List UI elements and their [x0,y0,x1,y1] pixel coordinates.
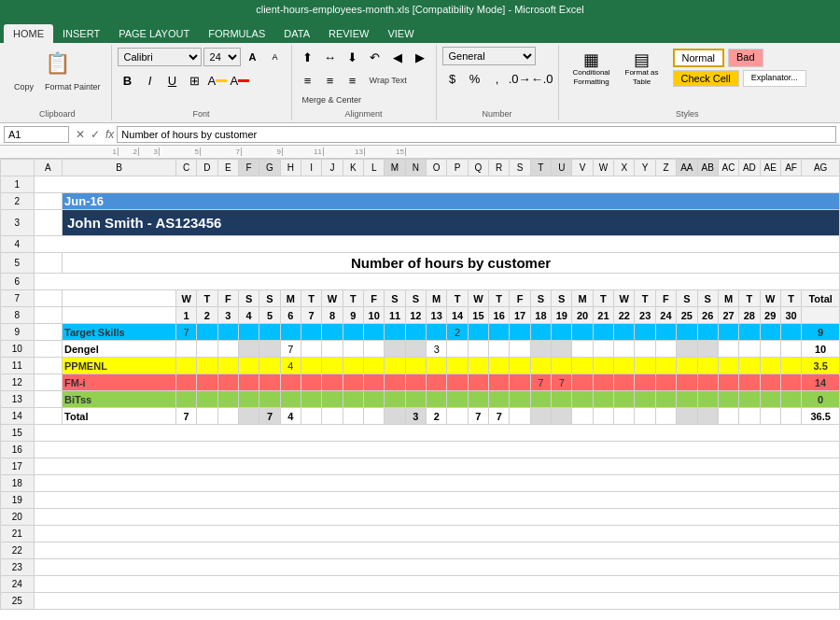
col-E[interactable]: E [217,160,238,176]
col-V[interactable]: V [572,160,593,176]
decrease-decimal-button[interactable]: ←.0 [532,68,553,89]
cell-empty-1[interactable] [34,176,839,193]
bold-button[interactable]: B [118,70,138,91]
tab-data[interactable]: DATA [274,24,319,43]
align-top-button[interactable]: ⬆ [298,47,318,67]
spreadsheet-area[interactable]: A B C D E F G H I J K L M N O P Q R S T [0,159,840,620]
row-ppmenl: 11 PPMENL 4 [1,358,840,374]
col-O[interactable]: O [427,160,447,176]
style-bad[interactable]: Bad [728,49,763,67]
merge-center-button[interactable]: Merge & Center [298,93,367,106]
col-L[interactable]: L [364,160,385,176]
col-T[interactable]: T [530,160,551,176]
format-painter-button[interactable]: Format Painter [40,80,105,93]
col-P[interactable]: P [447,160,468,176]
align-right-button[interactable]: ≡ [343,70,363,91]
label-ppmenl[interactable]: PPMENL [63,358,176,374]
cell-blank-5a[interactable] [34,253,62,274]
underline-button[interactable]: U [162,70,183,91]
col-F[interactable]: F [238,160,259,176]
fill-color-button[interactable]: A [207,70,228,91]
date-header-cell[interactable]: Jun-16 [63,193,840,210]
paste-button[interactable]: 📋 [36,49,78,78]
number-format-select[interactable]: General Number Currency [442,47,536,65]
col-AF[interactable]: AF [780,160,801,176]
col-I[interactable]: I [301,160,321,176]
col-R[interactable]: R [489,160,510,176]
formula-input[interactable] [117,126,836,143]
currency-button[interactable]: $ [442,68,463,89]
italic-button[interactable]: I [140,70,161,91]
align-left-button[interactable]: ≡ [298,70,318,91]
font-color-button[interactable]: A [230,70,250,91]
border-button[interactable]: ⊞ [185,70,205,91]
style-check-cell[interactable]: Check Cell [673,70,739,87]
table-title-cell[interactable]: Number of hours by customer [63,253,840,274]
col-U[interactable]: U [552,160,572,176]
col-W[interactable]: W [593,160,613,176]
style-normal[interactable]: Normal [673,49,724,67]
col-B[interactable]: B [63,160,176,176]
col-AA[interactable]: AA [677,160,697,176]
insert-function-icon[interactable]: fx [105,128,114,141]
cell-blank-7b[interactable] [63,290,176,307]
tab-view[interactable]: VIEW [378,24,423,43]
font-size-select[interactable]: 24 [203,48,241,66]
align-middle-button[interactable]: ↔ [320,47,341,67]
tab-page-layout[interactable]: PAGE LAYOUT [109,24,199,43]
tab-review[interactable]: REVIEW [319,24,378,43]
tab-formulas[interactable]: FORMULAS [199,24,274,43]
col-H[interactable]: H [280,160,301,176]
col-Z[interactable]: Z [655,160,676,176]
format-as-table-button[interactable]: ▤ Format as Table [619,49,665,89]
label-bitss[interactable]: BiTss [63,391,176,408]
conditional-formatting-button[interactable]: ▦ Conditional Formatting [568,49,615,89]
col-K[interactable]: K [343,160,363,176]
col-Y[interactable]: Y [635,160,655,176]
cell-empty-4[interactable] [34,236,839,253]
increase-decimal-button[interactable]: .0→ [510,68,530,89]
label-dengel[interactable]: Dengel [63,341,176,358]
comma-button[interactable]: , [487,68,508,89]
indent-decrease-button[interactable]: ◀ [387,47,408,67]
align-bottom-button[interactable]: ⬇ [343,47,363,67]
col-Q[interactable]: Q [468,160,488,176]
grow-font-button[interactable]: A [243,47,263,67]
col-C[interactable]: C [175,160,196,176]
col-X[interactable]: X [614,160,635,176]
label-fmi[interactable]: FM-i [63,374,176,391]
label-target-skills[interactable]: Target Skills [63,324,176,341]
name-box[interactable] [4,126,69,143]
align-center-button[interactable]: ≡ [320,70,341,91]
font-name-select[interactable]: Calibri [118,48,202,66]
tab-home[interactable]: HOME [4,24,53,43]
cell-blank-7a[interactable] [34,290,62,307]
indent-increase-button[interactable]: ▶ [410,47,430,67]
cancel-formula-icon[interactable]: ✕ [76,128,85,141]
tab-insert[interactable]: INSERT [53,24,109,43]
name-header-cell[interactable]: John Smith - AS123456 [63,210,840,236]
style-explanatory[interactable]: Explanator... [743,70,806,87]
col-M[interactable]: M [385,160,405,176]
copy-button[interactable]: Copy [9,80,38,93]
col-G[interactable]: G [259,160,280,176]
shrink-font-button[interactable]: A [265,47,286,67]
col-total-header[interactable]: AG [802,160,840,176]
label-total[interactable]: Total [63,408,176,425]
col-A[interactable]: A [34,160,62,176]
font-group: Calibri 24 A A B I U ⊞ A A Font [112,45,292,120]
wrap-text-button[interactable]: Wrap Text [365,74,412,87]
col-AD[interactable]: AD [739,160,760,176]
col-AC[interactable]: AC [718,160,738,176]
col-AB[interactable]: AB [697,160,718,176]
confirm-formula-icon[interactable]: ✓ [91,128,100,141]
col-S[interactable]: S [510,160,530,176]
col-N[interactable]: N [405,160,426,176]
cell-blank-2a[interactable] [34,193,62,210]
col-J[interactable]: J [322,160,343,176]
col-AE[interactable]: AE [760,160,780,176]
cell-blank-3a[interactable] [34,210,62,236]
percent-button[interactable]: % [465,68,485,89]
text-direction-button[interactable]: ↶ [365,47,385,67]
col-D[interactable]: D [197,160,217,176]
